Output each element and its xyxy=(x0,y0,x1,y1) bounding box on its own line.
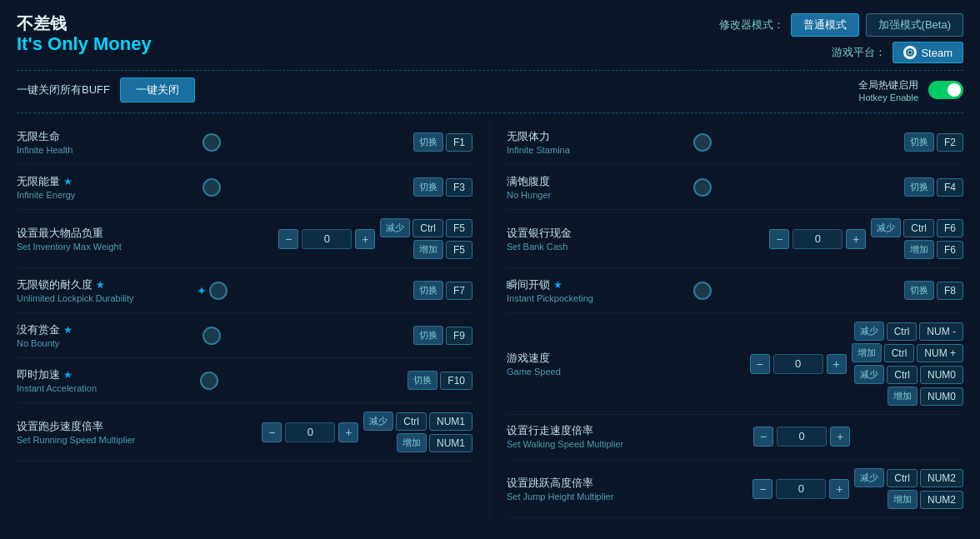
run-speed-inc-btn[interactable]: 增加 xyxy=(397,433,427,452)
jump-height-plus[interactable]: + xyxy=(829,479,849,499)
jump-ctrl-btn[interactable]: Ctrl xyxy=(887,469,918,487)
jump-dec-btn[interactable]: 减少 xyxy=(854,468,884,487)
inv-weight-dec-btn[interactable]: 减少 xyxy=(380,218,410,237)
cheat-name-group: 设置跑步速度倍率 Set Running Speed Multiplier xyxy=(17,419,150,445)
inv-weight-ctrl-btn[interactable]: Ctrl xyxy=(412,219,443,237)
gs-num0b-btn[interactable]: NUM0 xyxy=(920,387,963,406)
cheat-running-speed: 设置跑步速度倍率 Set Running Speed Multiplier − … xyxy=(17,403,472,462)
run-speed-num1-btn[interactable]: NUM1 xyxy=(429,412,472,431)
bank-cash-f6-btn[interactable]: F6 xyxy=(937,219,963,237)
left-controls: 一键关闭所有BUFF 一键关闭 xyxy=(17,77,195,102)
walking-speed-val: 0 xyxy=(777,427,827,447)
infinite-health-switch-btn[interactable]: 切换 xyxy=(413,132,443,152)
game-speed-minus[interactable]: − xyxy=(750,354,770,374)
gs-ctrl3-btn[interactable]: Ctrl xyxy=(887,366,918,384)
jump-inc-btn[interactable]: 增加 xyxy=(888,490,918,509)
bank-cash-keys: 减少 Ctrl F6 增加 F6 xyxy=(871,218,963,259)
no-hunger-f4-btn[interactable]: F4 xyxy=(937,178,963,197)
bank-cash-ctrl-btn[interactable]: Ctrl xyxy=(903,219,934,237)
no-hunger-switch-btn[interactable]: 切换 xyxy=(904,177,934,197)
game-speed-plus[interactable]: + xyxy=(827,354,847,374)
infinite-stamina-keys: 切换 F2 xyxy=(904,132,963,152)
instant-accel-switch-btn[interactable]: 切换 xyxy=(408,371,438,390)
no-bounty-toggle[interactable] xyxy=(202,327,221,345)
inv-weight-inc-btn[interactable]: 增加 xyxy=(413,240,443,259)
walking-speed-minus[interactable]: − xyxy=(753,427,773,447)
hotkey-toggle[interactable] xyxy=(928,81,963,99)
gs-ctrl2-btn[interactable]: Ctrl xyxy=(884,344,915,362)
infinite-energy-toggle[interactable] xyxy=(202,178,221,197)
infinite-health-toggle[interactable] xyxy=(202,133,221,152)
cheat-lockpick: 无限锁的耐久度 ★ Unlimited Lockpick Durability … xyxy=(17,268,472,313)
infinite-energy-f3-btn[interactable]: F3 xyxy=(446,178,472,197)
bank-cash-inc-btn[interactable]: 增加 xyxy=(904,240,934,259)
jump-height-cn: 设置跳跃高度倍率 xyxy=(507,476,593,491)
cheat-no-bounty: 没有赏金 ★ No Bounty 切换 F9 xyxy=(17,313,472,358)
infinite-energy-keys: 切换 F3 xyxy=(413,177,472,197)
infinite-stamina-switch-btn[interactable]: 切换 xyxy=(904,132,934,152)
jump-num2-btn[interactable]: NUM2 xyxy=(920,469,963,487)
run-speed-dec-btn[interactable]: 减少 xyxy=(363,412,393,431)
gs-dec2-btn[interactable]: 减少 xyxy=(854,365,884,384)
inventory-weight-keys: 减少 Ctrl F5 增加 F5 xyxy=(380,218,472,259)
instant-pick-toggle[interactable] xyxy=(693,282,712,300)
run-speed-num1b-btn[interactable]: NUM1 xyxy=(429,434,472,452)
gs-ctrl1-btn[interactable]: Ctrl xyxy=(887,322,918,341)
instant-accel-f10-btn[interactable]: F10 xyxy=(440,372,472,390)
steam-platform-btn[interactable]: Steam xyxy=(892,42,963,63)
inventory-weight-cn: 设置最大物品负重 xyxy=(17,226,103,241)
walking-speed-en: Set Walking Speed Multiplier xyxy=(507,439,640,449)
running-speed-minus[interactable]: − xyxy=(262,422,282,442)
svg-point-2 xyxy=(909,52,912,54)
infinite-stamina-f2-btn[interactable]: F2 xyxy=(937,133,963,152)
gs-dec1-btn[interactable]: 减少 xyxy=(854,322,884,341)
hotkey-cn-label: 全局热键启用 xyxy=(858,78,918,92)
no-bounty-f9-btn[interactable]: F9 xyxy=(446,327,472,345)
cheat-game-speed: 游戏速度 Game Speed − 0 + 减少 Ctrl xyxy=(507,313,963,415)
infinite-health-f1-btn[interactable]: F1 xyxy=(446,133,472,152)
lockpick-switch-btn[interactable]: 切换 xyxy=(413,281,443,300)
left-column: 无限生命 Infinite Health 切换 F1 无限能量 ★ xyxy=(17,120,490,518)
bank-cash-plus[interactable]: + xyxy=(846,229,866,249)
inv-weight-f5-btn[interactable]: F5 xyxy=(446,219,472,237)
infinite-health-cn: 无限生命 xyxy=(17,129,60,144)
run-speed-ctrl-btn[interactable]: Ctrl xyxy=(396,412,427,431)
gs-inc2-btn[interactable]: 增加 xyxy=(888,387,918,406)
gs-num0-btn[interactable]: NUM0 xyxy=(920,366,963,384)
lockpick-f7-btn[interactable]: F7 xyxy=(446,282,472,300)
infinite-stamina-toggle[interactable] xyxy=(693,133,712,152)
gs-numplus-btn[interactable]: NUM + xyxy=(917,344,963,362)
instant-pick-cn: 瞬间开锁 xyxy=(507,277,550,292)
close-all-btn[interactable]: 一键关闭 xyxy=(120,77,195,102)
cheat-name-group: 满饱腹度 No Hunger xyxy=(507,174,687,200)
bank-cash-spinner: − 0 + xyxy=(769,229,866,249)
no-hunger-toggle[interactable] xyxy=(693,178,712,197)
bank-cash-en: Set Bank Cash xyxy=(507,242,640,252)
bank-cash-f6b-btn[interactable]: F6 xyxy=(937,241,963,259)
mode-normal-btn[interactable]: 普通模式 xyxy=(791,13,859,37)
instant-pick-switch-btn[interactable]: 切换 xyxy=(904,281,934,300)
inv-weight-f5b-btn[interactable]: F5 xyxy=(446,241,472,259)
infinite-energy-switch-btn[interactable]: 切换 xyxy=(413,177,443,197)
cheat-grid: 无限生命 Infinite Health 切换 F1 无限能量 ★ xyxy=(17,120,963,518)
infinite-energy-cn: 无限能量 xyxy=(17,174,60,189)
no-bounty-switch-btn[interactable]: 切换 xyxy=(413,326,443,345)
bank-cash-minus[interactable]: − xyxy=(769,229,789,249)
mode-beta-btn[interactable]: 加强模式(Beta) xyxy=(866,13,963,37)
jump-height-minus[interactable]: − xyxy=(752,479,772,499)
instant-pick-f8-btn[interactable]: F8 xyxy=(937,282,963,300)
running-speed-plus[interactable]: + xyxy=(338,422,358,442)
lockpick-toggle[interactable] xyxy=(209,282,228,300)
game-speed-en: Game Speed xyxy=(507,367,640,377)
cheat-name-group: 无限生命 Infinite Health xyxy=(17,129,196,155)
gs-inc1-btn[interactable]: 增加 xyxy=(852,343,882,362)
inventory-weight-plus[interactable]: + xyxy=(355,229,375,249)
bank-cash-dec-btn[interactable]: 减少 xyxy=(871,218,901,237)
inventory-weight-minus[interactable]: − xyxy=(278,229,298,249)
instant-pick-star: ★ xyxy=(553,279,562,291)
content-divider xyxy=(17,112,963,113)
gs-numminus-btn[interactable]: NUM - xyxy=(919,322,963,341)
instant-accel-toggle[interactable] xyxy=(200,372,218,390)
walking-speed-plus[interactable]: + xyxy=(830,427,850,447)
jump-num2b-btn[interactable]: NUM2 xyxy=(920,491,963,509)
